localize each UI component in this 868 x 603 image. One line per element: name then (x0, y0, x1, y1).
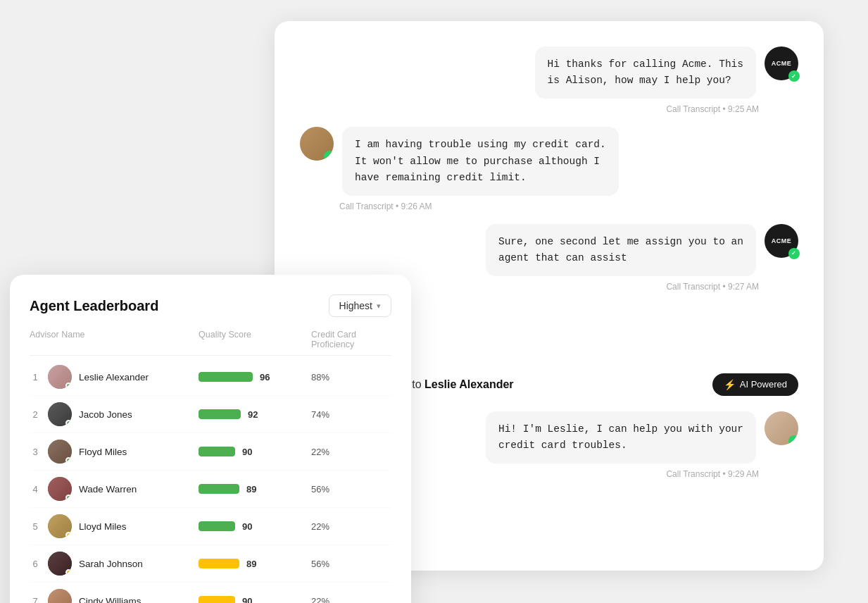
proficiency-cell-4: 22% (311, 521, 391, 532)
advisor-name: Sarah Johnson (79, 559, 143, 569)
whatsapp-badge: ✓ (788, 70, 800, 82)
score-bar (199, 484, 239, 494)
leaderboard-row[interactable]: 7 Cindy Williams 90 22% (30, 583, 391, 603)
proficiency-cell-5: 56% (311, 559, 391, 569)
score-bar-wrap (199, 372, 253, 382)
leaderboard-header: Agent Leaderboard Highest ▾ (30, 294, 391, 317)
col-proficiency: Credit Card Proficiency (311, 330, 391, 349)
whatsapp-badge-3: ✓ (788, 248, 800, 259)
whatsapp-badge-leslie: ✓ (788, 435, 798, 445)
advisor-cell-6: 7 Cindy Williams (30, 589, 199, 603)
leaderboard-column-headers: Advisor Name Quality Score Credit Card P… (30, 330, 391, 356)
user-avatar-2: ✓ (300, 127, 334, 161)
leaderboard-panel: Agent Leaderboard Highest ▾ Advisor Name… (10, 275, 411, 603)
score-cell-2: 90 (199, 447, 311, 457)
score-bar-wrap (199, 559, 239, 568)
score-number: 92 (248, 409, 263, 420)
score-bar (199, 409, 241, 419)
score-number: 89 (246, 484, 262, 495)
leaderboard-title: Agent Leaderboard (30, 298, 158, 314)
advisor-cell-1: 2 Jacob Jones (30, 402, 199, 426)
advisor-name: Floyd Miles (79, 447, 127, 457)
advisor-cell-2: 3 Floyd Miles (30, 440, 199, 464)
chat-bubble-3: Sure, one second let me assign you to an… (486, 224, 756, 276)
score-cell-6: 90 (199, 596, 311, 604)
rank-number: 2 (30, 409, 41, 420)
score-bar (199, 372, 253, 382)
advisor-name: Leslie Alexander (79, 372, 149, 383)
rank-number: 5 (30, 521, 41, 532)
score-number: 89 (246, 559, 262, 569)
leaderboard-row[interactable]: 3 Floyd Miles 90 22% (30, 433, 391, 471)
chevron-down-icon: ▾ (377, 302, 381, 311)
proficiency-cell-1: 74% (311, 409, 391, 420)
advisor-cell-5: 6 Sarah Johnson (30, 552, 199, 576)
score-number: 90 (242, 447, 258, 457)
score-bar-wrap (199, 447, 235, 456)
status-dot (65, 420, 72, 426)
whatsapp-badge-2: ✓ (324, 151, 334, 161)
filter-label: Highest (339, 300, 372, 311)
score-bar (199, 596, 235, 603)
status-dot (65, 383, 72, 389)
rank-number: 4 (30, 484, 41, 495)
advisor-cell-3: 4 Wade Warren (30, 477, 199, 501)
advisor-cell-0: 1 Leslie Alexander (30, 365, 199, 389)
advisor-name: Cindy Williams (79, 596, 141, 604)
advisor-name: Jacob Jones (79, 409, 132, 420)
leaderboard-rows: 1 Leslie Alexander 96 88% 2 Jacob Jones (30, 359, 391, 603)
proficiency-cell-6: 22% (311, 596, 391, 604)
score-cell-0: 96 (199, 372, 311, 383)
proficiency-cell-2: 22% (311, 447, 391, 457)
spark-icon: ⚡ (724, 379, 736, 390)
advisor-avatar (48, 514, 72, 538)
score-number: 90 (242, 521, 258, 532)
score-bar-wrap (199, 521, 235, 531)
leaderboard-row[interactable]: 5 Lloyd Miles 90 22% (30, 508, 391, 545)
leaderboard-row[interactable]: 2 Jacob Jones 92 74% (30, 396, 391, 433)
score-bar (199, 447, 235, 456)
advisor-cell-4: 5 Lloyd Miles (30, 514, 199, 538)
rank-number: 3 (30, 447, 41, 457)
advisor-avatar (48, 589, 72, 603)
advisor-name: Wade Warren (79, 484, 137, 495)
leaderboard-row[interactable]: 4 Wade Warren 89 56% (30, 471, 391, 508)
score-bar-wrap (199, 409, 241, 419)
score-cell-4: 90 (199, 521, 311, 532)
advisor-avatar (48, 440, 72, 464)
advisor-avatar (48, 402, 72, 426)
chat-message-3: ACME ✓ Sure, one second let me assign yo… (300, 224, 798, 276)
ai-powered-badge: ⚡ AI Powered (712, 373, 798, 396)
advisor-avatar (48, 365, 72, 389)
chat-timestamp-1: Call Transcript • 9:25 AM (300, 104, 798, 114)
leaderboard-row[interactable]: 1 Leslie Alexander 96 88% (30, 359, 391, 396)
rank-number: 6 (30, 559, 41, 569)
chat-bubble-5: Hi! I'm Leslie, I can help you with your… (486, 411, 756, 464)
chat-bubble-2: I am having trouble using my credit card… (342, 127, 619, 196)
advisor-avatar (48, 477, 72, 501)
status-dot (65, 495, 72, 501)
filter-dropdown[interactable]: Highest ▾ (329, 294, 391, 317)
score-cell-3: 89 (199, 484, 311, 495)
chat-bubble-1: Hi thanks for calling Acme. This is Alis… (535, 46, 756, 99)
rank-number: 1 (30, 372, 41, 383)
status-dot (65, 532, 72, 538)
score-cell-1: 92 (199, 409, 311, 420)
score-bar (199, 559, 239, 568)
acme-avatar-1: ACME ✓ (765, 46, 798, 80)
score-bar-wrap (199, 484, 239, 494)
status-dot (65, 569, 72, 576)
proficiency-cell-0: 88% (311, 372, 391, 383)
acme-avatar-3: ACME ✓ (765, 224, 798, 258)
status-dot (65, 457, 72, 464)
chat-timestamp-2: Call Transcript • 9:26 AM (300, 201, 798, 211)
rank-number: 7 (30, 596, 41, 604)
score-bar-wrap (199, 596, 235, 603)
score-number: 96 (260, 372, 275, 383)
score-bar (199, 521, 235, 531)
score-number: 90 (242, 596, 258, 604)
leaderboard-row[interactable]: 6 Sarah Johnson 89 56% (30, 545, 391, 583)
chat-message-2: ✓ I am having trouble using my credit ca… (300, 127, 798, 196)
score-cell-5: 89 (199, 559, 311, 569)
chat-message-1: ACME ✓ Hi thanks for calling Acme. This … (300, 46, 798, 99)
